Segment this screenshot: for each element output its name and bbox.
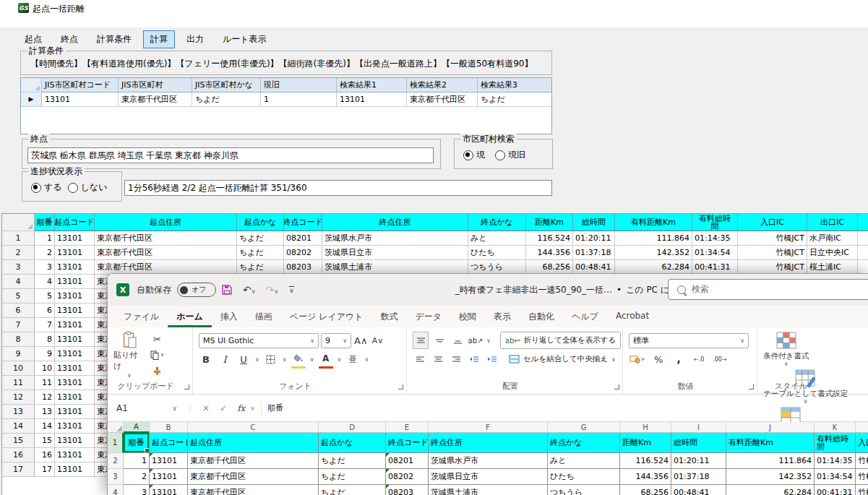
cell[interactable]: 00:48:41 [671, 485, 726, 495]
cell[interactable]: 3 [35, 260, 55, 275]
row-selector[interactable]: ▶ [21, 92, 42, 107]
shrink-font-button[interactable]: A∨ [370, 332, 384, 348]
undo-button[interactable]: ↶∨ [243, 284, 256, 296]
cell[interactable] [858, 231, 868, 246]
cell[interactable]: 水戸南IC [807, 231, 858, 246]
column-header[interactable]: C [188, 422, 319, 433]
cell[interactable]: 東京都千代田区 [188, 485, 319, 495]
column-header[interactable]: 終点かな [468, 214, 526, 231]
cell[interactable]: 総時間 [671, 433, 726, 453]
row-selector[interactable]: 3 [2, 260, 35, 275]
row-selector[interactable]: 5 [2, 289, 35, 304]
cell[interactable]: 1 [124, 453, 150, 469]
cell[interactable]: 9 [35, 347, 55, 361]
cell[interactable]: 13101 [55, 405, 95, 419]
autosave-toggle[interactable]: オフ [177, 283, 216, 297]
cell[interactable]: 竹橋JCT [856, 485, 868, 495]
column-header[interactable]: 順番 [35, 214, 55, 231]
tab-Acrobat[interactable]: Acrobat [607, 306, 658, 327]
cell[interactable]: 茨城県日立市 [429, 469, 548, 485]
cell[interactable]: 茨城県土浦市 [322, 260, 468, 275]
row-selector[interactable]: 7 [2, 318, 35, 332]
row-selector[interactable]: 15 [2, 434, 35, 448]
cell[interactable]: 茨城県水戸市 [322, 231, 468, 246]
cell[interactable]: 13101 [55, 361, 95, 376]
column-header[interactable]: F [429, 422, 548, 433]
cell[interactable]: 桜土浦IC [807, 260, 858, 275]
cell[interactable]: 10 [35, 361, 55, 376]
cell[interactable]: 68.256 [526, 260, 573, 275]
cell[interactable]: 茨城県水戸市 [429, 453, 548, 469]
radio-progress-on[interactable]: する [31, 181, 62, 194]
grow-font-button[interactable]: A∧ [353, 332, 368, 348]
cell[interactable]: 08202 [386, 469, 429, 485]
cell[interactable]: つちうら [468, 260, 526, 275]
column-header[interactable]: 検索結果3 [478, 78, 552, 92]
cell[interactable]: 12 [35, 390, 55, 405]
column-header[interactable]: I [671, 422, 726, 433]
cell[interactable]: ちよだ [478, 92, 552, 107]
align-top-button[interactable] [413, 332, 429, 349]
cell[interactable]: 13101 [55, 448, 95, 462]
align-bottom-button[interactable] [450, 332, 465, 348]
cell[interactable]: 東京都千代田区 [95, 260, 237, 275]
column-header[interactable]: 終点コード [284, 214, 322, 231]
decrease-decimal-button[interactable]: .00→ [712, 351, 727, 367]
select-all-corner[interactable] [21, 78, 42, 92]
row-selector[interactable]: 14 [2, 419, 35, 434]
copy-button[interactable]: ∨ [150, 348, 165, 361]
cell[interactable]: 11 [35, 376, 55, 390]
cell[interactable]: 終点コード [386, 433, 429, 453]
alignment-dialog-launcher[interactable] [614, 384, 619, 389]
align-right-button[interactable] [449, 351, 463, 367]
cell[interactable]: ちよだ [237, 231, 284, 246]
cell[interactable]: 茨城県土浦市 [429, 485, 548, 495]
cell[interactable]: 01:14:35 [815, 453, 856, 469]
cell[interactable]: 2 [35, 246, 55, 260]
tab-自動化[interactable]: 自動化 [520, 306, 563, 327]
font-color-button[interactable]: A [319, 350, 333, 369]
cell[interactable]: 13101 [55, 332, 95, 347]
column-header[interactable]: 距離Km [526, 214, 573, 231]
column-header[interactable]: 終点住所 [322, 214, 468, 231]
row-header[interactable]: 2 [108, 453, 124, 469]
format-painter-button[interactable] [150, 364, 165, 377]
cell[interactable]: 13101 [42, 92, 119, 107]
cell[interactable]: 13101 [55, 376, 95, 390]
row-selector[interactable]: 8 [2, 332, 35, 347]
number-dialog-launcher[interactable] [749, 384, 754, 389]
cell[interactable]: ひたち [548, 469, 620, 485]
cell[interactable]: みと [468, 231, 526, 246]
column-header[interactable]: JIS市区町村コード [42, 78, 119, 92]
cell[interactable]: 13101 [150, 485, 188, 495]
align-middle-button[interactable] [432, 332, 447, 348]
cell[interactable]: 00:41:31 [692, 260, 738, 275]
cell[interactable]: みと [548, 453, 620, 469]
cell[interactable]: 起点コード [150, 433, 188, 453]
cell[interactable]: 08203 [386, 485, 429, 495]
row-header[interactable]: 3 [108, 469, 124, 485]
cell[interactable]: 13101 [150, 453, 188, 469]
select-all-corner[interactable] [2, 214, 35, 231]
menu-item[interactable]: 計算 [143, 30, 175, 48]
cell[interactable]: 142.352 [726, 469, 815, 485]
row-selector[interactable]: 1 [2, 231, 35, 246]
cell[interactable]: 3 [124, 485, 150, 495]
cell[interactable]: 01:20:11 [573, 231, 615, 246]
row-selector[interactable]: 11 [2, 376, 35, 390]
column-header[interactable]: 起点住所 [95, 214, 237, 231]
cell[interactable]: 68.256 [620, 485, 671, 495]
cell[interactable]: 111.864 [726, 453, 815, 469]
cell[interactable]: 竹橋JCT [856, 469, 868, 485]
column-header[interactable]: 検索結果2 [407, 78, 478, 92]
cell[interactable]: 茨城県日立市 [322, 246, 468, 260]
redo-button[interactable]: ↷∨ [266, 284, 279, 296]
name-box[interactable]: A1 ∨ [108, 403, 183, 413]
font-name-select[interactable]: MS UI Gothic∨ [199, 333, 319, 348]
cell[interactable]: 竹橋JCT [738, 246, 807, 260]
cancel-button[interactable]: × [202, 403, 210, 413]
radio-current-old[interactable]: 現旧 [495, 149, 525, 161]
cell[interactable]: 東京都千代田区 [119, 92, 192, 107]
row-selector[interactable]: 16 [2, 448, 35, 462]
cell[interactable]: 1 [261, 92, 337, 107]
